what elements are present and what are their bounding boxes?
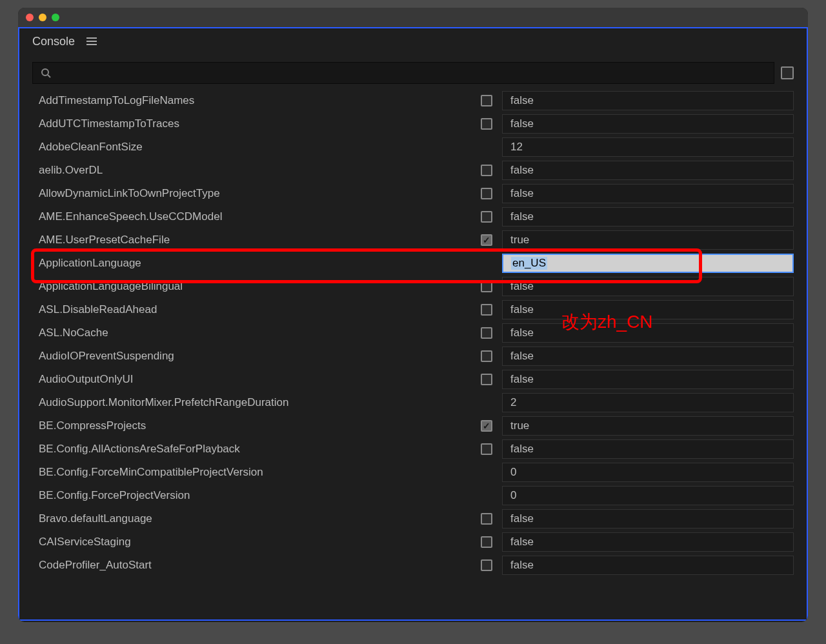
app-window: Console 改为zh_CN AddTimestampToLogFileNam… [18,8,808,622]
setting-checkbox[interactable] [481,559,492,571]
setting-value[interactable]: false [502,323,794,343]
setting-value[interactable]: false [502,370,794,389]
setting-name: BE.Config.ForceMinCompatibleProjectVersi… [32,466,471,479]
setting-row: ASL.NoCachefalse [32,321,794,345]
setting-value[interactable]: 12 [502,137,794,157]
setting-checkbox-col [476,188,497,199]
search-icon [41,68,51,78]
close-window-button[interactable] [26,14,34,21]
setting-value[interactable]: true [502,416,794,436]
setting-checkbox-col [476,350,497,362]
checkmark-icon: ✓ [483,235,490,245]
setting-name: AdobeCleanFontSize [32,141,471,154]
setting-name: BE.Config.AllActionsAreSafeForPlayback [32,443,471,456]
setting-name: CAIServiceStaging [32,536,471,548]
setting-name: ASL.NoCache [32,327,471,339]
setting-value[interactable]: false [502,439,794,459]
setting-checkbox[interactable] [481,165,492,176]
setting-checkbox-col [476,536,497,548]
setting-checkbox-col [476,211,497,223]
setting-row: AudioOutputOnlyUIfalse [32,368,794,391]
setting-value[interactable]: false [502,277,794,296]
setting-row: BE.CompressProjects✓true [32,414,794,438]
setting-checkbox-col [476,374,497,385]
setting-value[interactable]: true [502,230,794,250]
setting-row: BE.Config.AllActionsAreSafeForPlaybackfa… [32,438,794,461]
setting-row: CodeProfiler_AutoStartfalse [32,554,794,577]
setting-checkbox-col [476,443,497,455]
setting-row: BE.Config.ForceMinCompatibleProjectVersi… [32,461,794,484]
titlebar [18,8,808,27]
setting-name: BE.Config.ForceProjectVersion [32,489,471,502]
setting-value[interactable]: 0 [502,463,794,482]
maximize-window-button[interactable] [52,14,59,21]
setting-name: AudioIOPreventSuspending [32,350,471,363]
setting-checkbox[interactable]: ✓ [481,234,492,246]
setting-value[interactable]: false [502,556,794,575]
setting-row: AddTimestampToLogFileNamesfalse [32,89,794,112]
setting-value[interactable]: false [502,532,794,552]
setting-checkbox-col [476,281,497,292]
search-input[interactable] [56,68,766,79]
setting-checkbox[interactable] [481,513,492,525]
setting-value[interactable]: false [502,300,794,319]
setting-checkbox-col [476,118,497,130]
setting-checkbox[interactable] [481,327,492,339]
setting-checkbox[interactable] [481,118,492,130]
setting-checkbox[interactable]: ✓ [481,420,492,432]
setting-value[interactable]: en_US [502,254,794,273]
setting-checkbox-col [476,95,497,106]
setting-value[interactable]: false [502,184,794,203]
app-body: Console 改为zh_CN AddTimestampToLogFileNam… [18,27,808,621]
setting-value[interactable]: 0 [502,486,794,505]
setting-value[interactable]: false [502,347,794,366]
setting-value[interactable]: false [502,509,794,528]
setting-name: CodeProfiler_AutoStart [32,559,471,572]
setting-name: ApplicationLanguage [32,257,471,270]
setting-checkbox[interactable] [481,188,492,199]
setting-checkbox[interactable] [481,95,492,106]
setting-checkbox[interactable] [481,211,492,223]
setting-checkbox-col: ✓ [476,420,497,432]
panel-title: Console [32,35,75,48]
settings-list[interactable]: 改为zh_CN AddTimestampToLogFileNamesfalseA… [19,89,807,592]
setting-checkbox[interactable] [481,536,492,548]
setting-name: AllowDynamicLinkToOwnProjectType [32,187,471,200]
setting-checkbox[interactable] [481,374,492,385]
minimize-window-button[interactable] [39,14,46,21]
setting-name: ASL.DisableReadAhead [32,303,471,316]
setting-name: AudioSupport.MonitorMixer.PrefetchRangeD… [32,396,471,409]
setting-checkbox[interactable] [481,350,492,362]
setting-value[interactable]: false [502,114,794,134]
setting-row: AllowDynamicLinkToOwnProjectTypefalse [32,182,794,205]
setting-checkbox[interactable] [481,281,492,292]
setting-value[interactable]: false [502,161,794,180]
setting-row: AME.UserPresetCacheFile✓true [32,228,794,252]
setting-value[interactable]: 2 [502,393,794,412]
setting-row: AddUTCTimestampToTracesfalse [32,112,794,136]
setting-name: AME.UserPresetCacheFile [32,234,471,247]
setting-row: AudioIOPreventSuspendingfalse [32,345,794,368]
setting-checkbox[interactable] [481,304,492,316]
setting-name: AME.EnhanceSpeech.UseCCDModel [32,210,471,223]
setting-name: aelib.OverDL [32,164,471,177]
setting-row: aelib.OverDLfalse [32,159,794,182]
setting-checkbox[interactable] [481,443,492,455]
setting-row: Bravo.defaultLanguagefalse [32,507,794,530]
setting-checkbox-col [476,304,497,316]
panel-header: Console [19,28,807,54]
setting-row: CAIServiceStagingfalse [32,530,794,554]
header-checkbox[interactable] [781,66,794,79]
setting-value[interactable]: false [502,91,794,110]
setting-name: Bravo.defaultLanguage [32,512,471,525]
svg-line-1 [48,75,50,77]
setting-row: AME.EnhanceSpeech.UseCCDModelfalse [32,205,794,228]
setting-checkbox-col [476,165,497,176]
setting-checkbox-col [476,327,497,339]
setting-name: AudioOutputOnlyUI [32,373,471,386]
setting-value[interactable]: false [502,207,794,226]
search-box[interactable] [32,62,774,84]
menu-icon[interactable] [86,37,97,45]
setting-name: ApplicationLanguageBilingual [32,280,471,293]
setting-row: BE.Config.ForceProjectVersion0 [32,484,794,507]
